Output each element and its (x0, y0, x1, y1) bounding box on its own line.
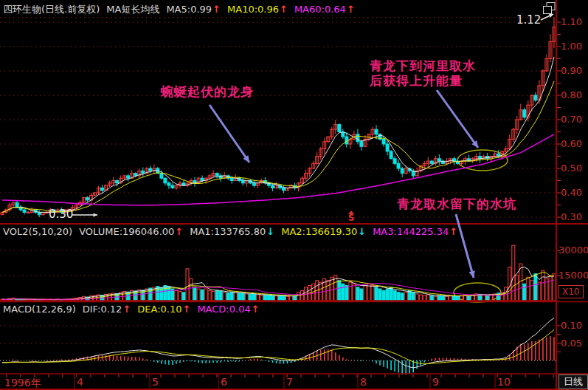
volume-indicator-name: VOL2(5,10,20) (3, 226, 72, 237)
axis-label: 0.60 (561, 138, 582, 149)
down-arrow-icon: ↓ (358, 226, 366, 237)
annotation-water-pit: 青龙取水留下的水坑 (397, 196, 516, 211)
axis-label: 0.80 (561, 89, 582, 100)
macd-value: MACD:0.04↑ (197, 304, 259, 315)
restore-front-square (544, 7, 552, 14)
indicator-name: MA短长均线 (106, 3, 159, 16)
up-arrow-icon: ↑ (183, 304, 191, 315)
volume-unit-label: X10 (558, 285, 584, 298)
axis-label: 30000 (558, 244, 588, 256)
start-price-label: 0.30 (49, 208, 73, 221)
axis-label: 4 (77, 376, 83, 388)
macd-indicator-name: MACD(12,26,9) (3, 304, 76, 315)
volume-ma2-value: MA2:136619.30↓ (281, 226, 366, 237)
axis-label: 1.00 (561, 41, 582, 52)
axis-label: 7 (286, 376, 293, 388)
axis-label: 6 (221, 376, 227, 388)
annotation-river-text: 青龙下到河里取水 后获得上升能量 (370, 58, 476, 88)
ma60-value: MA60:0.64↑ (294, 4, 355, 15)
axis-label: 10 (497, 376, 511, 388)
axis-label: 0.05 (561, 338, 582, 349)
stock-chart-window: 四环生物(日线.前复权) MA短长均线 MA5:0.99↑ MA10:0.96↑… (0, 0, 588, 390)
volume-ma1-value: MA1:133765.80↓ (190, 226, 274, 237)
up-arrow-icon: ↑ (122, 304, 131, 315)
axis-label: 9 (432, 376, 439, 388)
volume-value: VOLUME:196046.00↑ (79, 226, 183, 237)
stock-title: 四环生物(日线.前复权) (3, 3, 100, 16)
signal-marker: S (347, 211, 356, 222)
axis-label: 0.50 (561, 162, 582, 174)
volume-ma3-value: MA3:144225.34↑ (373, 226, 457, 237)
annotation-river-line1: 青龙下到河里取水 (370, 58, 476, 73)
axis-label: 1.10 (561, 16, 582, 27)
ma10-value: MA10:0.96↑ (227, 4, 288, 15)
axis-label: 0.10 (561, 320, 582, 331)
ma5-value: MA5:0.99↑ (166, 4, 221, 15)
down-arrow-icon: ↓ (266, 226, 274, 237)
annotation-river-line2: 后获得上升能量 (370, 73, 476, 88)
up-arrow-icon: ↑ (280, 4, 288, 15)
up-arrow-icon: ↑ (449, 226, 457, 237)
restore-window-icon[interactable] (542, 1, 556, 15)
up-arrow-icon: ↑ (252, 304, 260, 315)
chart-canvas[interactable] (0, 0, 588, 390)
axis-label: 5 (152, 376, 159, 388)
volume-indicator-bar: VOL2(5,10,20) VOLUME:196046.00↑ MA1:1337… (3, 226, 457, 237)
axis-label: 0.40 (561, 187, 582, 198)
axis-label: 8 (360, 376, 367, 388)
sell-marker-letter: S (347, 214, 356, 222)
dea-value: DEA:0.10↑ (137, 304, 190, 315)
top-indicator-bar: 四环生物(日线.前复权) MA短长均线 MA5:0.99↑ MA10:0.96↑… (3, 3, 355, 16)
up-arrow-icon: ↑ (347, 4, 355, 15)
up-arrow-icon: ↑ (212, 4, 221, 15)
axis-label: 0.30 (561, 211, 582, 222)
axis-label: 0.70 (561, 114, 582, 125)
period-selector[interactable]: 日线 (558, 374, 588, 389)
up-arrow-icon: ↑ (175, 226, 183, 237)
axis-label: 0.90 (561, 65, 582, 76)
dif-value: DIF:0.12↑ (83, 304, 131, 315)
peak-price-label: 1.12 (516, 13, 541, 27)
axis-label: 15000 (558, 270, 588, 281)
macd-indicator-bar: MACD(12,26,9) DIF:0.12↑ DEA:0.10↑ MACD:0… (3, 304, 260, 315)
year-label: 1996年 (4, 377, 41, 390)
annotation-dragon-body: 蜿蜒起伏的龙身 (161, 84, 254, 99)
